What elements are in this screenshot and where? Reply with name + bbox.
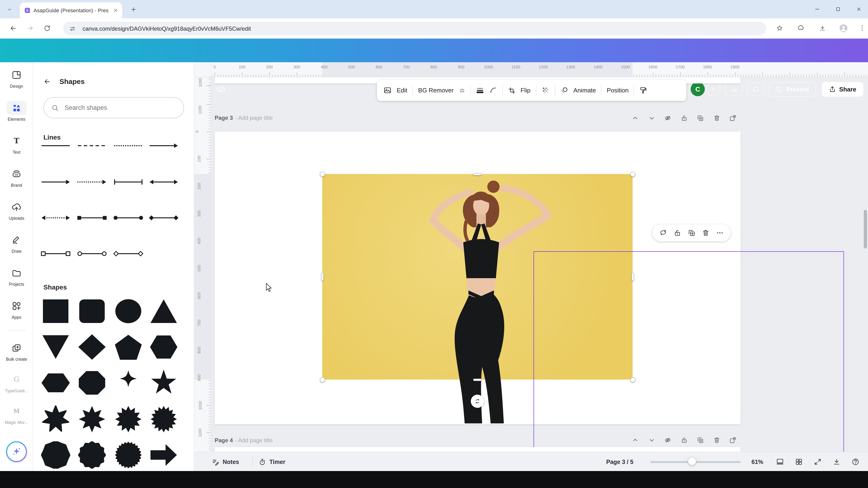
shape-star-7[interactable]	[40, 405, 71, 433]
page4-chevron-down-icon[interactable]	[648, 436, 655, 444]
footer-download-icon[interactable]	[833, 458, 841, 466]
footer-grid-view-icon[interactable]	[795, 458, 803, 466]
timer-button[interactable]: Timer	[258, 452, 285, 471]
resize-handle-right[interactable]	[631, 272, 634, 281]
transparency-icon[interactable]	[541, 86, 549, 94]
rotate-handle[interactable]	[471, 395, 484, 408]
edit-button[interactable]: Edit	[397, 87, 407, 94]
edit-image-icon[interactable]	[383, 86, 392, 94]
page4-hide-page-icon[interactable]	[664, 436, 671, 444]
shape-pentagon[interactable]	[113, 333, 144, 361]
line-style-dotted-arrow[interactable]	[77, 178, 107, 186]
resize-handle-bottom-right[interactable]	[630, 377, 635, 382]
canvas-scrollbar-thumb[interactable]	[864, 210, 867, 249]
selection-more-dots-icon[interactable]	[716, 229, 724, 237]
shape-blob-octo[interactable]	[40, 441, 71, 469]
shape-arrow-right[interactable]	[149, 441, 179, 469]
shape-triangle[interactable]	[149, 297, 179, 325]
window-close-button[interactable]	[856, 6, 862, 12]
resize-handle-bottom[interactable]	[473, 379, 482, 381]
page3-trash-icon[interactable]	[713, 115, 720, 122]
sidebar-item-elements[interactable]: Elements	[0, 101, 33, 122]
line-style-diamond-ends-line[interactable]	[149, 214, 179, 222]
copy-style-icon[interactable]	[640, 86, 647, 94]
sidebar-item-magic-morph[interactable]: MMagic Mor...	[0, 404, 33, 425]
page3-lock-open-icon[interactable]	[680, 115, 687, 122]
canvas-area[interactable]: Page 3 - Add page title	[211, 77, 868, 452]
site-info-icon[interactable]	[69, 25, 76, 32]
page4-duplicate-icon[interactable]	[697, 436, 704, 444]
line-style-open-circle-ends-line[interactable]	[77, 250, 107, 257]
shape-star-12[interactable]	[113, 405, 144, 433]
resize-handle-top-left[interactable]	[319, 171, 325, 176]
bookmark-star-icon[interactable]	[776, 25, 783, 32]
line-style-square-ends-line[interactable]	[77, 214, 107, 222]
page4-chevron-up-icon[interactable]	[632, 436, 639, 444]
canva-assistant-button[interactable]	[6, 441, 27, 462]
sidebar-item-apps[interactable]: Apps	[0, 299, 33, 320]
sidebar-item-text[interactable]: TText	[0, 134, 33, 155]
sidebar-item-uploads[interactable]: Uploads	[0, 200, 33, 221]
page3-add-page-icon[interactable]	[729, 115, 736, 122]
browser-menu-icon[interactable]	[859, 25, 866, 32]
selection-lock-open-icon[interactable]	[674, 229, 681, 237]
resize-handle-left[interactable]	[321, 272, 323, 281]
shape-star-16[interactable]	[149, 405, 179, 433]
page3-chevron-down-icon[interactable]	[648, 115, 655, 122]
shape-star-8[interactable]	[77, 405, 107, 433]
browser-forward-button[interactable]	[26, 25, 34, 32]
curve-icon[interactable]	[489, 86, 497, 94]
page4-add-page-icon[interactable]	[729, 436, 736, 444]
shape-square[interactable]	[40, 297, 71, 325]
footer-presenter-view-icon[interactable]	[776, 458, 784, 466]
new-tab-button[interactable]	[130, 6, 137, 13]
animate-icon[interactable]	[560, 86, 568, 94]
sidebar-item-brand[interactable]: coBrand	[0, 167, 33, 188]
footer-fullscreen-icon[interactable]	[814, 458, 822, 466]
position-button[interactable]: Position	[607, 87, 628, 94]
notes-button[interactable]: Notes	[212, 452, 239, 471]
shapes-search-box[interactable]	[43, 97, 184, 118]
sidebar-item-type-gradient[interactable]: GTypeGradi...	[0, 372, 33, 393]
shape-hexagon-wide[interactable]	[40, 369, 71, 396]
resize-handle-top[interactable]	[473, 173, 482, 175]
zoom-slider-thumb[interactable]	[688, 457, 696, 465]
page4-title-placeholder[interactable]: Add page title	[238, 437, 273, 444]
line-style-solid-line[interactable]	[40, 142, 71, 150]
shape-hexagon[interactable]	[149, 333, 179, 361]
sidebar-item-bulk-create[interactable]: Bulk create	[0, 341, 33, 362]
line-style-bar-ended-line[interactable]	[113, 178, 144, 186]
shape-star-4[interactable]	[113, 369, 144, 396]
line-weight-icon[interactable]	[476, 86, 484, 94]
resize-handle-top-right[interactable]	[630, 171, 635, 176]
extensions-icon[interactable]	[797, 25, 804, 32]
line-style-open-square-ends-line[interactable]	[40, 250, 71, 257]
selection-comment-plus-icon[interactable]	[659, 229, 667, 237]
zoom-percent[interactable]: 61%	[751, 452, 763, 471]
page4-trash-icon[interactable]	[713, 436, 720, 444]
sidebar-item-design[interactable]: Design	[0, 68, 33, 89]
animate-button[interactable]: Animate	[574, 87, 596, 94]
selection-duplicate-icon[interactable]	[688, 229, 695, 237]
downloads-icon[interactable]	[819, 25, 826, 32]
line-style-arrow-thin[interactable]	[40, 178, 71, 186]
tab-close-icon[interactable]	[113, 7, 118, 13]
line-style-dashed-line[interactable]	[77, 142, 107, 150]
panel-back-button[interactable]	[43, 78, 51, 85]
shape-diamond[interactable]	[77, 333, 107, 361]
shape-rounded-square[interactable]	[77, 297, 107, 325]
shape-burst-circle[interactable]	[113, 441, 144, 469]
shape-octagon[interactable]	[77, 369, 107, 396]
bg-remover-button[interactable]: BG Remover	[418, 87, 454, 94]
page-indicator[interactable]: Page 3 / 5	[606, 452, 633, 471]
page4-canvas[interactable]	[215, 447, 741, 452]
footer-help-icon[interactable]	[851, 458, 860, 466]
page4-lock-open-icon[interactable]	[680, 436, 687, 444]
page3-hide-page-icon[interactable]	[664, 115, 671, 122]
shape-star-5[interactable]	[149, 369, 179, 396]
line-style-dotted-line[interactable]	[113, 142, 144, 150]
page3-duplicate-icon[interactable]	[697, 115, 704, 122]
shape-triangle-down[interactable]	[40, 333, 71, 361]
selection-trash-icon[interactable]	[702, 229, 710, 237]
browser-back-button[interactable]	[9, 25, 17, 32]
